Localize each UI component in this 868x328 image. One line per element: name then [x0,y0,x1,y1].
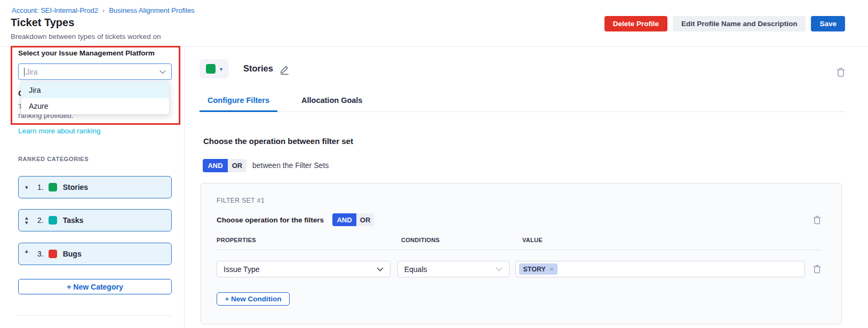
caret-down-icon: ▾ [25,220,37,225]
header-actions: Delete Profile Edit Profile Name and Des… [604,16,845,31]
condition-select-value: Equals [404,265,427,274]
delete-category-icon[interactable] [837,67,845,77]
or-toggle-button[interactable]: OR [228,159,246,172]
platform-placeholder: Jira [26,68,38,76]
operation-caption: between the Filter Sets [252,161,329,170]
move-up-icon[interactable]: ▴ [25,249,37,253]
category-card-tasks[interactable]: ▴ ▾ 2. Tasks [18,209,172,231]
tab-configure-filters[interactable]: Configure Filters [200,96,277,111]
value-tag: STORY × [519,263,558,275]
category-card-stories[interactable]: ▾ 1. Stories [18,176,172,198]
edit-profile-button[interactable]: Edit Profile Name and Description [673,16,806,31]
filters-operation-toggle: AND OR [332,213,374,226]
breadcrumb: Account: SEI-Internal-Prod2 › Business A… [12,6,195,14]
tab-allocation-goals[interactable]: Allocation Goals [293,96,370,111]
chevron-down-icon [377,267,384,271]
sidebar-bottom-divider [18,315,173,316]
header-divider [0,46,868,47]
column-header-properties: PROPERTIES [217,237,256,243]
tab-bar: Configure Filters Allocation Goals [200,96,845,112]
new-condition-button[interactable]: + New Condition [217,292,290,306]
category-rank: 3. [37,250,44,258]
operation-heading: Choose the operation between filter set [203,137,353,146]
filter-condition-row: Issue Type Equals STORY × [217,261,821,277]
page: Account: SEI-Internal-Prod2 › Business A… [0,0,868,328]
delete-profile-button[interactable]: Delete Profile [604,16,667,31]
text-cursor [24,68,25,76]
category-color-swatch [49,250,57,258]
caret-down-icon: ▾ [25,185,37,190]
reorder-control[interactable]: ▴ ▾ [25,215,37,225]
chevron-down-icon [496,267,503,271]
learn-more-link[interactable]: Learn more about ranking [18,127,101,135]
save-button[interactable]: Save [811,16,845,31]
platform-label: Select your Issue Management Platform [18,49,155,57]
category-title: Stories [243,63,273,74]
category-rank: 2. [37,216,44,225]
filter-set-title: FILTER SET #1 [217,197,821,204]
category-color-swatch [49,216,57,225]
category-color-swatch [49,183,57,191]
category-card-bugs[interactable]: ▴ 3. Bugs [18,243,172,265]
property-select[interactable]: Issue Type [217,261,391,277]
filter-operation-row: Choose operation for the filters AND OR [217,213,821,226]
platform-select[interactable]: Jira [18,63,172,80]
edit-icon[interactable] [280,65,290,77]
caret-up-icon: ▴ [25,249,37,253]
remove-tag-icon[interactable]: × [550,265,554,273]
delete-condition-icon[interactable] [813,265,821,274]
category-rank: 1. [37,183,44,191]
delete-filter-set-icon[interactable] [813,215,821,225]
and-toggle-button[interactable]: AND [203,159,228,172]
breadcrumb-section-link[interactable]: Business Alignment Profiles [109,6,194,14]
category-name: Stories [63,183,88,191]
condition-select[interactable]: Equals [397,261,509,277]
category-color-picker[interactable]: ▾ [200,59,229,78]
column-header-value: VALUE [522,237,543,243]
filter-header-divider [217,250,821,250]
or-toggle-button[interactable]: OR [356,213,374,226]
category-name: Bugs [63,250,82,258]
dropdown-option-jira[interactable]: Jira [21,82,169,98]
and-toggle-button[interactable]: AND [332,213,356,226]
platform-dropdown-menu: Jira Azure [21,82,170,115]
move-down-icon[interactable]: ▾ [25,185,37,190]
breadcrumb-separator-icon: › [102,6,105,14]
filter-columns-header: PROPERTIES CONDITIONS VALUE [217,237,821,244]
chevron-down-icon [160,70,166,74]
page-subtitle: Breakdown between types of tickets worke… [11,33,161,41]
breadcrumb-account-link[interactable]: Account: SEI-Internal-Prod2 [12,6,98,14]
filter-operation-label: Choose operation for the filters [217,216,324,224]
selected-color-swatch [206,64,216,74]
dropdown-option-azure[interactable]: Azure [21,98,169,114]
filter-set-card: FILTER SET #1 Choose operation for the f… [201,183,842,324]
value-tag-label: STORY [523,266,546,273]
ranked-categories-label: RANKED CATEGORIES [18,156,89,162]
value-input[interactable]: STORY × [515,261,805,277]
page-title: Ticket Types [11,17,74,29]
column-header-conditions: CONDITIONS [401,237,440,243]
category-name: Tasks [63,216,84,225]
property-select-value: Issue Type [224,265,259,274]
filter-set-operation-toggle: AND OR [203,159,246,172]
caret-down-icon: ▾ [220,66,222,72]
sidebar-divider [184,47,185,328]
new-category-button[interactable]: + New Category [18,279,172,294]
